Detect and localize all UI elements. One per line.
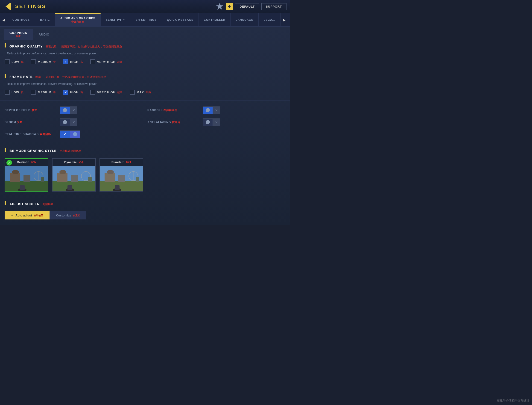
gq-option-very-high[interactable]: VERY HIGH 超高	[90, 59, 123, 64]
tab-controls[interactable]: CONTROLS	[7, 13, 35, 26]
gq-checkbox-medium[interactable]	[31, 59, 36, 64]
gq-option-high[interactable]: HIGH 高	[63, 59, 83, 64]
default-button[interactable]: DEFAULT	[235, 3, 259, 10]
fr-checkbox-very-high[interactable]	[90, 90, 95, 95]
tab-audio-graphics[interactable]: AUDIO AND GRAPHICS 音效和画质	[55, 13, 101, 26]
style-card-standard[interactable]: Standard 标准	[99, 158, 143, 192]
support-button[interactable]: SUPPORT	[261, 3, 287, 10]
anti-aliasing-label: ANTI-ALIASING 抗锯齿	[147, 121, 203, 124]
selected-check-icon: ✓	[7, 160, 12, 166]
customize-cn: 自定义	[73, 214, 80, 217]
gq-label-very-high: VERY HIGH	[97, 60, 116, 64]
ragdoll-toggle-on[interactable]	[203, 107, 213, 114]
tab-quick-message[interactable]: QUICK MESSAGE	[162, 13, 199, 26]
fr-option-very-high[interactable]: VERY HIGH 超高	[90, 90, 123, 95]
real-time-shadows-on[interactable]: ✓	[60, 130, 70, 138]
bloom-toggle[interactable]: ✕	[60, 118, 77, 126]
toggle-knob-ragdoll	[206, 108, 210, 112]
fr-option-low[interactable]: LOW 低	[5, 90, 24, 95]
fr-option-high[interactable]: HIGH 高	[63, 90, 83, 95]
fr-cn-low: 低	[21, 91, 24, 94]
svg-rect-35	[115, 185, 119, 190]
tab-sensitivity[interactable]: SENSITIVITY	[101, 13, 130, 26]
depth-of-field-row: DEPTH OF FIELD 景深 ✕	[5, 104, 143, 116]
standard-cn: 标准	[126, 160, 131, 164]
frame-rate-section: FRAME RATE 帧率 若画面不顺、过热或耗电量过大，可适当调低画质 Red…	[0, 70, 290, 101]
check-icon: ✓	[64, 132, 66, 136]
frame-rate-title: FRAME RATE 帧率 若画面不顺、过热或耗电量过大，可适当调低画质	[5, 74, 286, 79]
dynamic-cn: 动态	[79, 160, 84, 164]
customize-button[interactable]: Customize 自定义	[50, 211, 87, 219]
adjust-screen-cn: 调整屏幕	[42, 202, 53, 206]
real-time-shadows-circle[interactable]	[70, 130, 80, 138]
real-time-shadows-toggle[interactable]: ✓	[60, 130, 80, 138]
style-card-dynamic[interactable]: Dynamic 动态	[52, 158, 96, 192]
depth-of-field-close[interactable]: ✕	[70, 107, 77, 114]
fr-option-max[interactable]: MAX 最高	[130, 90, 151, 95]
anti-aliasing-close[interactable]: ✕	[213, 118, 220, 126]
graphic-quality-section: GRAPHIC QUALITY 画面品质 若画面不顺、过热或耗电量过大，可适当调…	[0, 40, 290, 70]
bloom-toggle-off[interactable]	[60, 118, 70, 126]
frame-rate-subtitle-cn: 若画面不顺、过热或耗电量过大，可适当调低画质	[46, 75, 106, 79]
ragdoll-toggle[interactable]: ✕	[203, 107, 220, 114]
header-left: SETTINGS	[4, 2, 46, 11]
fr-checkbox-high[interactable]	[63, 90, 68, 95]
gq-option-low[interactable]: LOW 低	[5, 59, 24, 64]
style-card-realistic[interactable]: ✓ Realistic 写实	[5, 158, 48, 192]
bloom-cn: 光晕	[17, 121, 23, 124]
fr-checkbox-low[interactable]	[5, 90, 10, 95]
fr-cn-very-high: 超高	[117, 91, 122, 94]
depth-of-field-toggle-on[interactable]	[60, 107, 70, 114]
graphic-quality-options: LOW 低 MEDIUM 中 HIGH 高 VERY HIGH 超高	[5, 57, 286, 66]
dynamic-scene	[53, 166, 95, 191]
adjust-screen-label: ADJUST SCREEN	[9, 202, 39, 206]
tab-controller[interactable]: CONTROLLER	[199, 13, 230, 26]
fr-label-medium: MEDIUM	[38, 91, 51, 94]
realistic-label: Realistic	[17, 160, 29, 164]
ragdoll-row: RAGDOLL 布娃娃系统 ✕	[147, 104, 286, 116]
real-time-shadows-label: REAL-TIME SHADOWS 实时阴影	[5, 133, 60, 136]
standard-label: Standard	[112, 160, 124, 164]
page-title: SETTINGS	[15, 3, 46, 9]
tab-basic[interactable]: BASIC	[35, 13, 55, 26]
svg-marker-0	[6, 3, 10, 10]
anti-aliasing-toggle-off[interactable]	[203, 118, 213, 126]
sub-tab-graphics-cn: 画质	[9, 34, 27, 38]
bloom-close[interactable]: ✕	[70, 118, 77, 126]
svg-rect-28	[107, 170, 114, 174]
fr-option-medium[interactable]: MEDIUM 中	[31, 90, 56, 95]
realistic-cn: 写实	[31, 160, 36, 164]
fr-checkbox-medium[interactable]	[31, 90, 36, 95]
sub-tab-audio[interactable]: AUDIO	[33, 31, 55, 38]
anti-aliasing-toggle[interactable]: ✕	[203, 118, 220, 126]
tab-language[interactable]: LANGUAGE	[230, 13, 259, 26]
gq-checkbox-high[interactable]	[63, 59, 68, 64]
gq-checkbox-very-high[interactable]	[90, 59, 95, 64]
toggles-right-col: RAGDOLL 布娃娃系统 ✕ ANTI-ALIASING 抗锯齿	[147, 104, 286, 128]
fr-label-low: LOW	[12, 91, 19, 94]
plus-button[interactable]: +	[226, 3, 233, 10]
ragdoll-close[interactable]: ✕	[213, 107, 220, 114]
svg-rect-6	[12, 170, 19, 174]
fr-checkbox-max[interactable]	[130, 90, 135, 95]
gq-label-high: HIGH	[70, 60, 79, 64]
svg-rect-17	[59, 170, 66, 174]
gq-option-medium[interactable]: MEDIUM 中	[31, 59, 56, 64]
toggles-section: DEPTH OF FIELD 景深 ✕ BLOOM 光晕	[0, 101, 290, 144]
nav-right-arrow[interactable]: ▶	[281, 13, 288, 26]
svg-rect-22	[88, 177, 92, 182]
toggle-knob	[63, 108, 67, 112]
toggles-grid: DEPTH OF FIELD 景深 ✕ BLOOM 光晕	[5, 104, 286, 128]
nav-left-arrow[interactable]: ◀	[0, 13, 7, 26]
tab-br-settings[interactable]: BR SETTINGS	[130, 13, 162, 26]
depth-of-field-toggle[interactable]: ✕	[60, 107, 77, 114]
tab-legal[interactable]: LEGA...	[259, 13, 281, 26]
graphic-quality-subtitle-cn: 若画面不顺、过热或耗电量过大，可适当调低画质	[61, 45, 122, 49]
sub-tab-graphics[interactable]: GRAPHICS 画质	[4, 29, 33, 40]
gq-checkbox-low[interactable]	[5, 59, 10, 64]
dynamic-header: Dynamic 动态	[53, 159, 95, 166]
standard-preview	[100, 166, 143, 191]
svg-rect-4	[5, 181, 48, 191]
auto-adjust-button[interactable]: ✓ Auto adjust 自动校正	[5, 211, 50, 219]
svg-rect-13	[20, 185, 25, 190]
